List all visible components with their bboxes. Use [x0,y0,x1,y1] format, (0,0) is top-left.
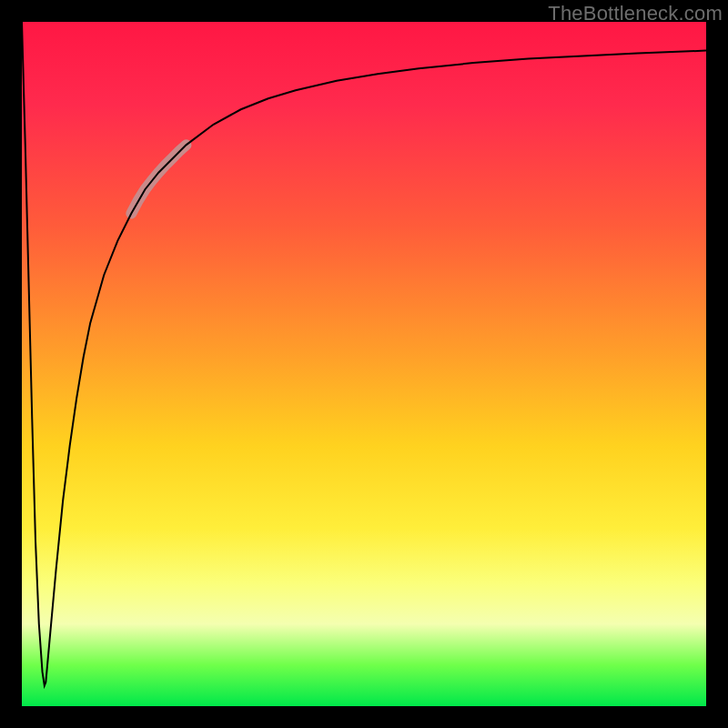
curve-layer [22,22,706,706]
chart-frame: TheBottleneck.com [0,0,728,728]
highlight-segment [131,145,186,213]
plot-area [22,22,706,706]
bottleneck-curve [22,22,706,685]
